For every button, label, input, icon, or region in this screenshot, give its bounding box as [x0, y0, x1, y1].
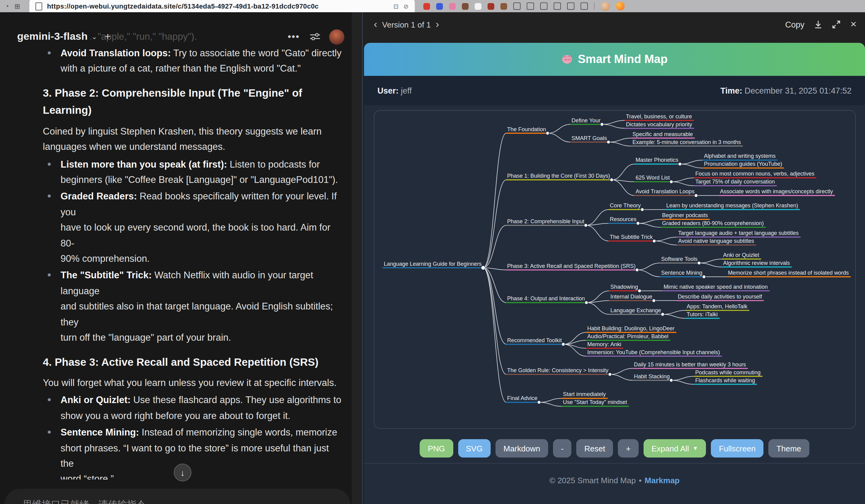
translate-icon[interactable]: ⊘ [403, 3, 408, 10]
mindmap-node-label[interactable]: Graded readers (80-90% comprehension) [662, 220, 764, 226]
mindmap-node-label[interactable]: Algorithmic review intervals [723, 260, 790, 266]
mindmap-node-label[interactable]: Habit Building: Duolingo, LingoDeer [587, 325, 674, 331]
close-icon[interactable]: × [850, 18, 856, 31]
mindmap-node-toggle[interactable] [636, 222, 640, 225]
mindmap-node-label[interactable]: Alphabet and writing systems [704, 153, 775, 159]
markdown-button[interactable]: Markdown [496, 439, 548, 458]
mindmap-node-label[interactable]: Memory: Anki [587, 341, 621, 348]
extension-icon-7[interactable] [500, 3, 507, 10]
version-prev-icon[interactable]: ‹ [370, 18, 381, 31]
mindmap-node-label[interactable]: Phase 2: Comprehensible Input [507, 218, 584, 224]
mindmap-canvas[interactable]: Language Learning Guide for BeginnersThe… [374, 110, 856, 429]
theme-button[interactable]: Theme [768, 439, 809, 458]
mindmap-node-toggle[interactable] [653, 239, 656, 243]
mindmap-node-label[interactable]: Mimic native speaker speed and intonatio… [664, 284, 768, 290]
mindmap-node-toggle[interactable] [610, 178, 613, 181]
mindmap-node-label[interactable]: SMART Goals [572, 135, 607, 141]
extension-icon-4[interactable] [462, 3, 469, 10]
mindmap-node-label[interactable]: Define Your [572, 117, 601, 124]
svg-button[interactable]: SVG [458, 439, 491, 458]
fullscreen-button[interactable]: Fullscreen [711, 439, 763, 458]
mindmap-node-label[interactable]: Memorize short phrases instead of isolat… [728, 270, 849, 276]
mindmap-node-label[interactable]: Target language audio + target language … [678, 230, 799, 236]
mindmap-node-label[interactable]: Phase 4: Output and Interaction [507, 295, 585, 302]
mindmap-node-toggle[interactable] [678, 162, 682, 166]
mindmap-node-label[interactable]: Specific and measurable [633, 131, 693, 137]
mindmap-node-label[interactable]: Habit Stacking [634, 373, 670, 379]
-button[interactable]: + [618, 439, 639, 458]
mindmap-node-label[interactable]: Associate words with images/concepts dir… [720, 188, 833, 195]
extension-icon-6[interactable] [487, 3, 494, 10]
expand-icon[interactable] [832, 20, 841, 29]
mindmap-node-toggle[interactable] [585, 301, 588, 304]
mindmap-node-label[interactable]: Focus on most common nouns, verbs, adjec… [695, 171, 814, 177]
reset-button[interactable]: Reset [577, 439, 613, 458]
mindmap-node-toggle[interactable] [670, 180, 673, 184]
mindmap-node-label[interactable]: Master Phonetics [636, 157, 678, 163]
reader-view-icon[interactable]: ⊡ [393, 3, 399, 10]
user-avatar[interactable] [329, 29, 344, 44]
model-selector[interactable]: gemini-3-flash [17, 31, 90, 43]
mindmap-node-label[interactable]: The Subtitle Trick [610, 234, 653, 240]
mindmap-node-toggle[interactable] [584, 224, 588, 227]
mindmap-node-label[interactable]: 625 Word List [636, 175, 670, 181]
mindmap-node-label[interactable]: Avoid Translation Loops [636, 188, 695, 195]
mindmap-node-toggle[interactable] [702, 275, 706, 279]
mindmap-node-toggle[interactable] [670, 379, 673, 382]
profile-icon[interactable] [567, 2, 574, 10]
mindmap-node-toggle[interactable] [638, 289, 642, 293]
mindmap-svg[interactable]: Language Learning Guide for BeginnersThe… [374, 111, 855, 428]
png-button[interactable]: PNG [420, 439, 453, 458]
url-text[interactable]: https://open-webui.yungtzedaidata.site/c… [47, 2, 393, 10]
more-icon[interactable] [580, 2, 588, 10]
devtools-icon[interactable] [540, 2, 547, 10]
mindmap-node-label[interactable]: Resources [610, 216, 636, 222]
mindmap-node-label[interactable]: Travel, business, or culture [626, 114, 692, 120]
mindmap-node-label[interactable]: Use "Start Today" mindset [563, 399, 627, 405]
browser-profile-avatar[interactable] [601, 1, 610, 11]
mindmap-node-label[interactable]: Shadowing [611, 284, 638, 290]
extension-icon-1[interactable] [423, 3, 430, 10]
mindmap-node-toggle[interactable] [661, 313, 664, 316]
mindmap-node-label[interactable]: Example: 5-minute conversation in 3 mont… [633, 139, 741, 145]
mindmap-node-label[interactable]: Avoid native language subtitles [678, 238, 754, 244]
mindmap-node-label[interactable]: Recommended Toolkit [507, 337, 562, 343]
mindmap-node-label[interactable]: Describe daily activities to yourself [678, 294, 762, 300]
mindmap-node-label[interactable]: Pronunciation guides (YouTube) [704, 161, 782, 167]
overflow-menu-icon[interactable]: ••• [288, 31, 300, 42]
mindmap-node-toggle[interactable] [697, 261, 701, 265]
mindmap-node-toggle[interactable] [546, 131, 549, 135]
mindmap-node-label[interactable]: Beginner podcasts [662, 212, 708, 218]
tab-grid-icon[interactable]: ⊞ [14, 0, 20, 12]
chevron-down-icon[interactable]: ⌄ [91, 32, 97, 41]
mindmap-node-toggle[interactable] [538, 401, 541, 404]
browser-back-icon[interactable]: ◔ [5, 0, 9, 12]
mindmap-node-label[interactable]: Sentence Mining [661, 270, 702, 276]
trash-icon[interactable] [554, 2, 561, 10]
mindmap-node-label[interactable]: The Golden Rule: Consistency > Intensity [507, 367, 608, 373]
mindmap-node-label[interactable]: Learn by understanding messages (Stephen… [666, 202, 798, 209]
message-input[interactable]: 思维接口已就绪，请传输指令。 [4, 489, 350, 504]
mindmap-node-label[interactable]: Phase 3: Active Recall and Spaced Repeti… [507, 263, 636, 269]
mindmap-node-toggle[interactable] [652, 299, 656, 302]
mindmap-node-label[interactable]: Language Exchange [611, 307, 661, 314]
mindmap-node-label[interactable]: Anki or Quizlet [723, 252, 759, 258]
expand-all-button[interactable]: Expand All▼ [644, 439, 706, 458]
download-icon[interactable] [814, 20, 822, 29]
mindmap-node-label[interactable]: Tutors: iTalki [687, 311, 717, 317]
extension-icon-2[interactable] [436, 3, 443, 10]
mindmap-node-label[interactable]: Audio/Practical: Pimsleur, Babbel [587, 333, 668, 339]
scroll-to-bottom-button[interactable]: ↓ [174, 464, 192, 481]
mindmap-node-label[interactable]: Software Tools [661, 256, 697, 262]
bookmark-icon[interactable] [513, 2, 521, 10]
mindmap-node-toggle[interactable] [481, 266, 485, 270]
copy-button[interactable]: Copy [785, 20, 805, 29]
version-next-icon[interactable]: › [432, 18, 442, 31]
mindmap-node-label[interactable]: Podcasts while commuting [695, 370, 761, 376]
chat-scrollbar-gutter[interactable] [352, 12, 362, 504]
mindmap-node-label[interactable]: The Foundation [507, 126, 546, 132]
extension-icon-5[interactable] [475, 3, 482, 10]
mindmap-node-label[interactable]: Immersion: YouTube (Comprehensible Input… [587, 349, 720, 355]
mindmap-node-toggle[interactable] [600, 122, 604, 126]
copy-icon[interactable] [527, 2, 534, 10]
